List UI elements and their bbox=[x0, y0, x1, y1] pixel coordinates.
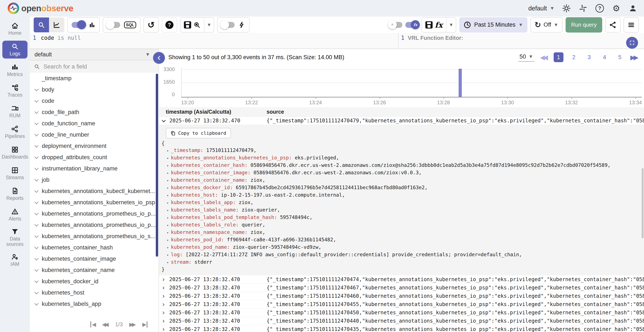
prev-page-icon[interactable]: ◀◀ bbox=[102, 321, 109, 328]
search-mode-tab[interactable] bbox=[34, 17, 49, 32]
histogram-bar[interactable] bbox=[458, 69, 462, 97]
stream-selector[interactable]: default ▼ bbox=[30, 49, 158, 60]
fullscreen-button[interactable] bbox=[626, 37, 638, 49]
json-entry[interactable]: ▾ kubernetes_container_image: 0586948564… bbox=[159, 169, 644, 177]
json-entry[interactable]: ▾ kubernetes_container_name: ziox, bbox=[159, 177, 644, 184]
histogram-plot[interactable] bbox=[181, 68, 642, 97]
field-list-item[interactable]: code bbox=[30, 95, 158, 107]
field-list-item[interactable]: body bbox=[30, 84, 158, 95]
log-row[interactable]: › 2025-06-27 13:28:32.470 {"_timestamp":… bbox=[159, 292, 644, 300]
log-row[interactable]: › 2025-06-27 13:28:32.470 {"_timestamp":… bbox=[159, 317, 644, 325]
sidebar-item-pipelines[interactable]: Pipelines bbox=[2, 123, 28, 141]
json-entry[interactable]: ▾ kubernetes_namespace_name: ziox, bbox=[159, 229, 644, 236]
results-scrollbar[interactable] bbox=[642, 168, 644, 238]
field-list-item[interactable]: code_line_number bbox=[30, 129, 158, 141]
reset-filters-button[interactable]: ↺ bbox=[144, 17, 159, 32]
field-list-item[interactable]: kubernetes_annotations_prometheus_io_s..… bbox=[30, 231, 158, 242]
field-list-scrollbar[interactable] bbox=[156, 74, 158, 257]
slack-icon[interactable] bbox=[578, 3, 588, 13]
sidebar-item-logs[interactable]: Logs bbox=[2, 41, 28, 58]
sql-mode-toggle[interactable] bbox=[107, 22, 120, 28]
field-list-item[interactable]: code_file_path bbox=[30, 107, 158, 118]
json-entry[interactable]: ▾ kubernetes_pod_id: ff96944f-ca8e-413f-… bbox=[159, 236, 644, 244]
next-page-icon[interactable]: ▶▶ bbox=[129, 321, 136, 328]
sidebar-item-iam[interactable]: IAM bbox=[2, 251, 28, 269]
saved-views-dropdown[interactable]: ▼ bbox=[204, 18, 214, 32]
field-list-item[interactable]: kubernetes_annotations_kubernetes_io_psp bbox=[30, 197, 158, 208]
auto-refresh-picker[interactable]: ↻ Off ▼ bbox=[530, 17, 562, 32]
json-entry[interactable]: ▾ kubernetes_labels_role: querier, bbox=[159, 221, 644, 229]
field-list-item[interactable]: job bbox=[30, 174, 158, 185]
quick-mode-toggle[interactable] bbox=[222, 22, 235, 28]
log-row[interactable]: › 2025-06-27 13:28:32.470 {"_timestamp":… bbox=[159, 300, 644, 309]
last-page-icon[interactable]: ▶ bbox=[142, 321, 148, 328]
settings-gear-icon[interactable]: ⚙ bbox=[612, 3, 621, 13]
query-help-button[interactable]: ? bbox=[162, 17, 177, 32]
field-list-item[interactable]: instrumentation_library_name bbox=[30, 163, 158, 174]
field-list-item[interactable]: kubernetes_annotations_prometheus_io_p..… bbox=[30, 208, 158, 219]
page-button[interactable]: 3 bbox=[584, 52, 594, 62]
json-entry[interactable]: ▾ kubernetes_annotations_kubernetes_io_p… bbox=[159, 154, 644, 162]
field-list-item[interactable]: kubernetes_annotations_prometheus_io_p..… bbox=[30, 219, 158, 231]
json-entry[interactable]: ▾ kubernetes_container_hash: 05869485647… bbox=[159, 162, 644, 169]
json-entry[interactable]: ▾ _timestamp: 1751011112470479, bbox=[159, 147, 644, 154]
log-row[interactable]: › 2025-06-27 13:28:32.470 {"_timestamp":… bbox=[159, 284, 644, 292]
collapse-fields-panel-button[interactable]: ‹ bbox=[153, 52, 165, 64]
per-page-select[interactable]: 50 ▼ bbox=[518, 53, 534, 62]
json-entry[interactable]: ▾ kubernetes_host: ip-10-2-15-197.us-eas… bbox=[159, 191, 644, 199]
field-list-item[interactable]: kubernetes_container_hash bbox=[30, 242, 158, 253]
field-list-item[interactable]: _timestamp bbox=[30, 73, 158, 84]
histogram-toggle[interactable] bbox=[72, 22, 85, 28]
field-list-item[interactable]: kubernetes_labels_app bbox=[30, 298, 158, 310]
json-entry[interactable]: ▾ log: [2022-12-27T14:11:27Z INFO aws_co… bbox=[159, 251, 644, 259]
page-button[interactable]: 2 bbox=[569, 52, 579, 62]
share-button[interactable] bbox=[605, 17, 620, 32]
field-list-item[interactable]: kubernetes_annotations_kubectl_kubernet.… bbox=[30, 185, 158, 197]
page-button[interactable]: 1 bbox=[554, 52, 564, 62]
next-pages-button[interactable]: ▶▶ bbox=[630, 54, 638, 61]
page-button[interactable]: 4 bbox=[600, 52, 610, 62]
vrl-function-editor[interactable]: 1 VRL Function Editor: bbox=[398, 33, 644, 48]
copy-to-clipboard-button[interactable]: Copy to clipboard bbox=[166, 128, 231, 138]
log-row[interactable]: › 2025-06-27 13:28:32.470 {"_timestamp":… bbox=[159, 325, 644, 332]
query-editor[interactable]: 1 code is null bbox=[30, 33, 398, 48]
timestamp-column-header[interactable]: timestamp (Asia/Calcutta) bbox=[159, 109, 266, 115]
json-entry[interactable]: ▾ kubernetes_labels_name: ziox-querier, bbox=[159, 206, 644, 214]
sidebar-item-streams[interactable]: Streams bbox=[2, 165, 28, 182]
field-list-item[interactable]: deployment_environment bbox=[30, 141, 158, 152]
sidebar-item-data-sources[interactable]: Data sources bbox=[2, 226, 28, 248]
field-list-item[interactable]: code_function_name bbox=[30, 118, 158, 129]
sidebar-item-metrics[interactable]: Metrics bbox=[2, 61, 28, 79]
menu-button[interactable] bbox=[624, 17, 639, 32]
theme-toggle-icon[interactable] bbox=[562, 3, 571, 13]
source-column-header[interactable]: source bbox=[266, 109, 644, 115]
json-entry[interactable]: ▾ kubernetes_labels_pod_template_hash: 5… bbox=[159, 214, 644, 221]
field-list-item[interactable]: dropped_attributes_count bbox=[30, 152, 158, 163]
json-entry[interactable]: ▾ kubernetes_docker_id: 65917867b45dbe2c… bbox=[159, 184, 644, 191]
json-entry[interactable]: ▾ kubernetes_labels_app: ziox, bbox=[159, 199, 644, 206]
prev-pages-button[interactable]: ◀◀ bbox=[540, 54, 548, 61]
account-icon[interactable] bbox=[628, 3, 638, 13]
run-query-button[interactable]: Run query bbox=[566, 17, 602, 32]
help-icon[interactable]: ? bbox=[595, 3, 604, 13]
sidebar-item-alerts[interactable]: Alerts bbox=[2, 206, 28, 224]
expanded-log-row[interactable]: 2025-06-27 13:28:32.470 {"_timestamp":17… bbox=[159, 117, 644, 125]
time-range-picker[interactable]: Past 15 Minutes ▼ bbox=[459, 17, 527, 32]
explore-chart-tab[interactable] bbox=[49, 17, 64, 32]
field-list-item[interactable]: kubernetes_host bbox=[30, 287, 158, 298]
json-entry[interactable]: ▾ kubernetes_pod_name: ziox-querier-5957… bbox=[159, 244, 644, 251]
sidebar-item-rum[interactable]: RUM bbox=[2, 103, 28, 121]
wrap-lines-toggle[interactable]: ≡ bbox=[389, 22, 402, 28]
sidebar-item-dashboards[interactable]: Dashboards bbox=[2, 144, 28, 162]
log-row[interactable]: › 2025-06-27 13:28:32.470 {"_timestamp":… bbox=[159, 275, 644, 284]
field-list-item[interactable]: kubernetes_container_image bbox=[30, 253, 158, 265]
vrl-function-toggle[interactable]: fx bbox=[405, 22, 418, 28]
page-button[interactable]: 5 bbox=[615, 52, 625, 62]
field-list-item[interactable]: kubernetes_container_name bbox=[30, 265, 158, 276]
log-row[interactable]: › 2025-06-27 13:28:32.470 {"_timestamp":… bbox=[159, 309, 644, 317]
save-function-dropdown[interactable]: ▼ bbox=[446, 18, 456, 32]
field-list-item[interactable]: kubernetes_docker_id bbox=[30, 276, 158, 287]
json-entry[interactable]: ▾ stream: stderr bbox=[159, 259, 644, 266]
sidebar-item-traces[interactable]: Traces bbox=[2, 82, 28, 100]
first-page-icon[interactable]: ◀ bbox=[90, 321, 96, 328]
